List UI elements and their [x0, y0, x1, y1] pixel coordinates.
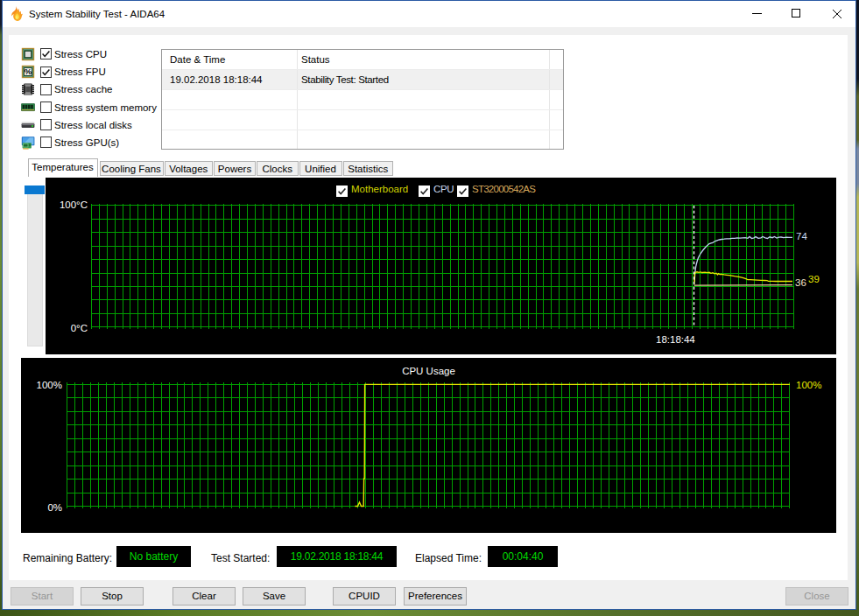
svg-text:%: %	[25, 66, 32, 76]
